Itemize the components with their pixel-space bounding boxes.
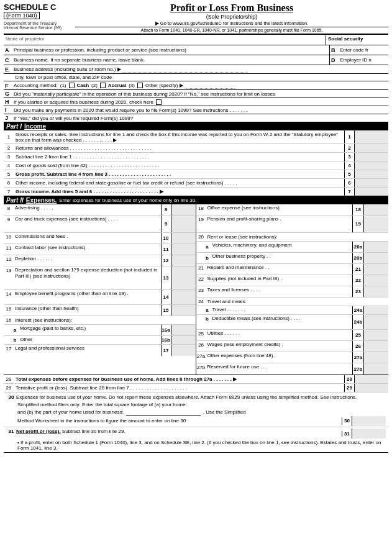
- line-16-header-row: 16 Interest (see instructions):: [4, 316, 196, 325]
- line-20a-amount: [363, 242, 388, 252]
- line-24a-amount: [363, 306, 388, 314]
- line-20b-row: b Other business property . . 20b: [196, 253, 389, 264]
- line-28-amount: [354, 375, 388, 383]
- line-11-num: 11: [4, 244, 14, 255]
- line-13-row: 13 Depreciation and section 179 expense …: [4, 266, 196, 290]
- home-expense-text: Expenses for business use of your home. …: [16, 394, 386, 401]
- line-18-row: 18 Office expense (see instructions) 18: [196, 204, 389, 216]
- line-16-num: 16: [4, 317, 14, 323]
- line-18-num: 18: [196, 204, 206, 215]
- line-1-desc: Gross receipts or sales. See instruction…: [14, 130, 344, 143]
- line-23-amount: [363, 286, 388, 297]
- use-simplified-text: . Use the Simplified: [203, 409, 246, 416]
- line-24a-desc: Travel . . . . . . .: [211, 306, 353, 314]
- line-14-ref: 14: [161, 290, 171, 304]
- line-14-amount: [171, 290, 196, 304]
- line-24b-row: b Deductible meals (see instructions) . …: [196, 315, 389, 330]
- line-24-header-row: 24 Travel and meals:: [196, 298, 389, 306]
- line-23-desc: Taxes and licenses . . . .: [206, 286, 353, 297]
- accrual-checkbox[interactable]: [100, 83, 106, 88]
- line-27b-num: 27b: [196, 363, 206, 375]
- line-16b-ref: 16b: [161, 336, 171, 344]
- home-business-field[interactable]: [126, 409, 201, 416]
- line-7-amount: [354, 188, 388, 196]
- line-26-num: 26: [196, 341, 206, 352]
- row-b-desc: Enter code fr: [339, 45, 388, 55]
- line-14-row: 14 Employee benefit programs (other than…: [4, 290, 196, 305]
- line-20a-ref: 20a: [352, 242, 363, 252]
- line-12-row: 12 Depletion . . . . . . 12: [4, 255, 196, 266]
- line-4-ref: 4: [344, 161, 354, 170]
- row-b-letter: B: [330, 45, 339, 55]
- line-1-row: 1 Gross receipts or sales. See instructi…: [4, 130, 388, 144]
- line-20b-ref: 20b: [352, 253, 363, 263]
- line-16b-desc: Other: [19, 336, 161, 344]
- line-10-row: 10 Commissions and fees . 10: [4, 233, 196, 244]
- line-13-ref: 13: [161, 266, 171, 289]
- line-22-num: 22: [196, 275, 206, 286]
- line-10-amount: [171, 233, 196, 243]
- part2-num: Part II: [6, 197, 24, 204]
- line-8-row: 8 Advertising . . . . . 8: [4, 204, 196, 216]
- expenses-section: 8 Advertising . . . . . 8 9 Car and truc…: [4, 204, 388, 375]
- line-21-row: 21 Repairs and maintenance . . 21: [196, 264, 389, 275]
- line-22-row: 22 Supplies (not included in Part III) .…: [196, 275, 389, 286]
- line-7-desc: Gross income. Add lines 5 and 6 . . . . …: [14, 188, 344, 196]
- line-5-num: 5: [4, 170, 14, 178]
- line-22-ref: 22: [352, 275, 363, 286]
- simplified-text: Simplified method filers only: Enter the…: [17, 402, 187, 407]
- line-27b-amount: [363, 363, 388, 375]
- line-6-num: 6: [4, 179, 14, 187]
- line-24a-row: a Travel . . . . . . . 24a: [196, 306, 389, 315]
- row-c-desc: Business name. If no separate business n…: [12, 55, 330, 65]
- line-27a-ref: 27a: [352, 352, 363, 363]
- line-8-ref: 8: [161, 204, 171, 215]
- line-16a-ref: 16a: [161, 325, 171, 335]
- line-20-num: 20: [196, 234, 206, 240]
- line-19-num: 19: [196, 216, 206, 232]
- line-26-row: 26 Wages (less employment credits) . 26: [196, 341, 389, 352]
- line-16a-sub: a: [11, 325, 19, 335]
- line-19-ref: 19: [352, 216, 363, 232]
- line-11-desc: Contract labor (see instructions): [14, 244, 161, 255]
- line-15-row: 15 Insurance (other than health) 15: [4, 305, 196, 316]
- line-4-row: 4 Cost of goods sold (from line 42) . . …: [4, 161, 388, 170]
- line-21-amount: [363, 264, 388, 275]
- line-10-num: 10: [4, 233, 14, 243]
- line-7-row: 7 Gross income. Add lines 5 and 6 . . . …: [4, 188, 388, 196]
- line-15-desc: Insurance (other than health): [14, 305, 161, 316]
- line-30-amount: [352, 416, 386, 426]
- line-7-ref: 7: [344, 188, 354, 196]
- line-7-num: 7: [4, 188, 14, 196]
- line-17-ref: 17: [161, 345, 171, 356]
- and-text: and (b) the part of your home used for b…: [17, 409, 124, 416]
- h-checkbox[interactable]: [156, 99, 162, 105]
- line-3-desc: Subtract line 2 from line 1 . . . . . . …: [14, 153, 344, 161]
- line-28-ref: 28: [344, 375, 354, 383]
- line-22-desc: Supplies (not included in Part III) .: [206, 275, 353, 286]
- line-26-desc: Wages (less employment credits) .: [206, 341, 353, 352]
- line-5-ref: 5: [344, 170, 354, 178]
- line-9-amount: [171, 216, 196, 232]
- line-29-row: 29 Tentative profit or (loss). Subtract …: [4, 384, 388, 393]
- row-h-text: If you started or acquired this business…: [12, 99, 388, 105]
- part1-header: Part I Income: [4, 122, 388, 130]
- line-13-desc: Depreciation and section 179 expense ded…: [14, 266, 161, 289]
- cash-checkbox[interactable]: [69, 83, 75, 88]
- line-18-amount: [363, 204, 388, 215]
- line-17-num: 17: [4, 345, 14, 356]
- line-13-num: 13: [4, 266, 14, 289]
- line-16a-amount: [171, 325, 196, 335]
- line-20-header-row: 20 Rent or lease (see instructions):: [196, 233, 389, 242]
- row-a-desc: Principal business or profession, includ…: [12, 45, 330, 55]
- line-15-num: 15: [4, 305, 14, 316]
- dept-line2: Internal Revenue Service (99): [4, 25, 75, 30]
- line-22-amount: [363, 275, 388, 286]
- line-20a-row: a Vehicles, machinery, and equipment 20a: [196, 242, 389, 253]
- line-16b-row: b Other 16b: [4, 336, 196, 345]
- part1-title: Income: [24, 123, 46, 130]
- line-24-desc: Travel and meals:: [206, 298, 353, 305]
- line-14-desc: Employee benefit programs (other than on…: [14, 290, 161, 304]
- other-checkbox[interactable]: [137, 83, 143, 88]
- line-2-num: 2: [4, 144, 14, 152]
